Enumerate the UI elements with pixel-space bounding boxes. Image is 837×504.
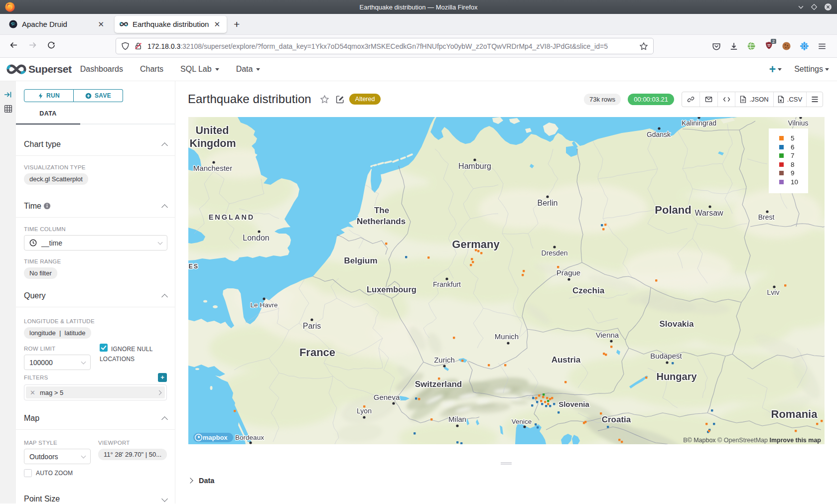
svg-text:Berlin: Berlin: [538, 199, 558, 207]
svg-text:Geneva: Geneva: [374, 393, 400, 401]
svg-text:The: The: [374, 206, 389, 215]
svg-text:Bordeaux: Bordeaux: [235, 434, 264, 441]
svg-text:Poland: Poland: [655, 204, 691, 216]
svg-text:Budapest: Budapest: [650, 352, 682, 360]
svg-text:Prague: Prague: [557, 268, 580, 277]
svg-text:Hamburg: Hamburg: [458, 162, 491, 170]
svg-text:France: France: [299, 346, 335, 359]
svg-text:Lyon: Lyon: [357, 407, 372, 415]
svg-text:Switzerland: Switzerland: [415, 379, 462, 389]
svg-text:Hungary: Hungary: [656, 371, 697, 382]
svg-text:Romania: Romania: [771, 408, 818, 420]
svg-text:Croatia: Croatia: [602, 415, 631, 424]
svg-text:Vilnius: Vilnius: [788, 119, 809, 127]
svg-text:Dresden: Dresden: [542, 249, 568, 257]
svg-text:Vienna: Vienna: [596, 331, 619, 339]
svg-text:Slovakia: Slovakia: [660, 319, 695, 329]
svg-text:Zurich: Zurich: [434, 356, 455, 364]
svg-text:Czechia: Czechia: [572, 286, 605, 295]
svg-text:London: London: [243, 234, 269, 242]
svg-text:Kingdom: Kingdom: [189, 137, 236, 149]
svg-text:7: 7: [791, 152, 795, 159]
svg-text:5: 5: [791, 134, 795, 142]
svg-text:Austria: Austria: [552, 355, 581, 365]
svg-text:9: 9: [791, 169, 795, 177]
svg-text:Le Havre: Le Havre: [251, 301, 278, 309]
svg-text:Germany: Germany: [452, 238, 500, 251]
svg-text:ES: ES: [189, 263, 199, 270]
svg-text:mapbox: mapbox: [203, 434, 228, 441]
svg-text:Paris: Paris: [303, 322, 321, 330]
svg-text:ENGLAND: ENGLAND: [209, 213, 255, 221]
svg-text:Manchester: Manchester: [193, 164, 232, 172]
svg-text:Milan: Milan: [448, 415, 466, 423]
svg-text:Munich: Munich: [495, 332, 519, 341]
svg-text:Kaliningrad: Kaliningrad: [682, 119, 716, 127]
svg-text:Brest: Brest: [758, 213, 775, 221]
svg-text:Belgium: Belgium: [344, 256, 377, 265]
svg-text:B© Mapbox © OpenStreetMap Impr: B© Mapbox © OpenStreetMap Improve this m…: [683, 437, 821, 444]
svg-text:Venice: Venice: [512, 418, 532, 425]
svg-text:Warsaw: Warsaw: [695, 209, 723, 217]
svg-text:6: 6: [791, 143, 795, 151]
svg-text:Luxembourg: Luxembourg: [367, 285, 417, 294]
svg-text:Slovenia: Slovenia: [558, 400, 589, 408]
svg-text:8: 8: [791, 161, 795, 168]
svg-text:Netherlands: Netherlands: [357, 217, 406, 226]
svg-text:10: 10: [791, 178, 798, 186]
svg-text:Frankfurt: Frankfurt: [433, 280, 461, 288]
svg-text:United: United: [196, 125, 229, 136]
svg-text:Gdansk: Gdansk: [647, 130, 671, 138]
svg-text:Lviv: Lviv: [767, 288, 780, 296]
